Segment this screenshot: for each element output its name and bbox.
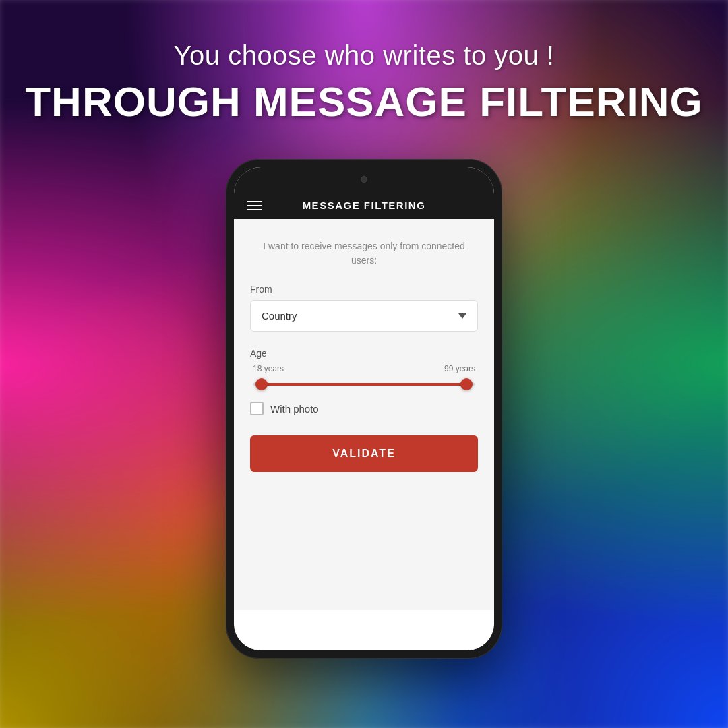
- phone-notch: [317, 170, 411, 189]
- age-max-label: 99 years: [444, 364, 475, 373]
- headline: THROUGH MESSAGE FILTERING: [25, 78, 703, 125]
- validate-button[interactable]: VALIDATE: [250, 435, 478, 472]
- age-min-label: 18 years: [253, 364, 284, 373]
- hamburger-menu-icon[interactable]: [247, 201, 262, 210]
- phone-mockup: MESSAGE FILTERING I want to receive mess…: [226, 159, 502, 659]
- age-label: Age: [250, 348, 478, 359]
- slider-thumb-min[interactable]: [255, 378, 268, 390]
- slider-thumb-max[interactable]: [460, 378, 473, 390]
- app-content: I want to receive messages only from con…: [234, 219, 494, 610]
- slider-track: [253, 383, 475, 386]
- dropdown-arrow-icon: [458, 313, 466, 319]
- phone-top: [234, 167, 494, 191]
- with-photo-checkbox[interactable]: [250, 402, 264, 415]
- camera-dot: [361, 176, 367, 183]
- slider-fill: [262, 383, 466, 386]
- age-range-container: 18 years 99 years: [250, 364, 478, 386]
- from-label: From: [250, 284, 478, 295]
- with-photo-label: With photo: [270, 403, 319, 415]
- age-range-labels: 18 years 99 years: [253, 364, 475, 373]
- country-dropdown[interactable]: Country: [250, 300, 478, 332]
- content-wrapper: You choose who writes to you ! THROUGH M…: [0, 0, 728, 728]
- phone-screen: MESSAGE FILTERING I want to receive mess…: [234, 167, 494, 650]
- app-title: MESSAGE FILTERING: [303, 200, 426, 211]
- app-header: MESSAGE FILTERING: [234, 191, 494, 219]
- with-photo-row: With photo: [250, 402, 478, 415]
- country-placeholder: Country: [262, 310, 297, 322]
- description-text: I want to receive messages only from con…: [250, 239, 478, 268]
- phone-bottom: [234, 610, 494, 650]
- tagline: You choose who writes to you !: [174, 40, 555, 71]
